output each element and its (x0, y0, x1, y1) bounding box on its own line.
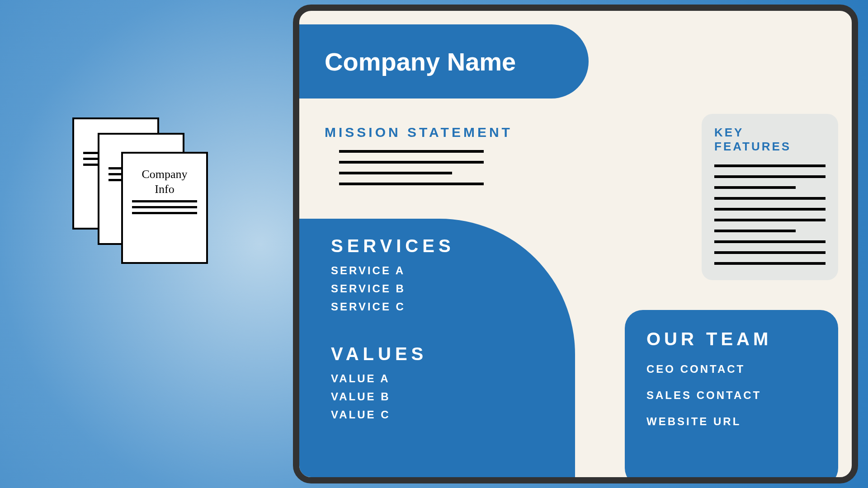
info-panel: Company Name MISSION STATEMENT KEY FEATU… (293, 5, 858, 483)
key-features-heading: KEY FEATURES (714, 126, 826, 154)
document-front-icon: Company Info (121, 152, 208, 264)
company-name: Company Name (325, 47, 516, 76)
mission-section: MISSION STATEMENT (325, 125, 513, 193)
mission-heading: MISSION STATEMENT (325, 125, 513, 140)
services-heading: SERVICES (331, 236, 575, 256)
service-item: SERVICE A (331, 264, 575, 277)
key-features-text-placeholder (714, 164, 826, 265)
services-values-block: SERVICES SERVICE A SERVICE B SERVICE C V… (299, 219, 575, 483)
company-name-banner: Company Name (299, 24, 589, 99)
value-item: VALUE A (331, 372, 575, 385)
team-item: CEO CONTACT (646, 363, 816, 375)
service-item: SERVICE C (331, 300, 575, 313)
value-item: VALUE C (331, 408, 575, 421)
team-item: SALES CONTACT (646, 389, 816, 402)
team-heading: OUR TEAM (646, 329, 816, 349)
value-item: VALUE B (331, 390, 575, 403)
service-item: SERVICE B (331, 282, 575, 295)
team-card: OUR TEAM CEO CONTACT SALES CONTACT WEBSI… (625, 310, 838, 483)
values-heading: VALUES (331, 344, 575, 364)
mission-text-placeholder (339, 150, 513, 185)
key-features-card: KEY FEATURES (702, 114, 838, 280)
team-item: WEBSITE URL (646, 415, 816, 428)
document-front-label: Company Info (123, 167, 206, 197)
